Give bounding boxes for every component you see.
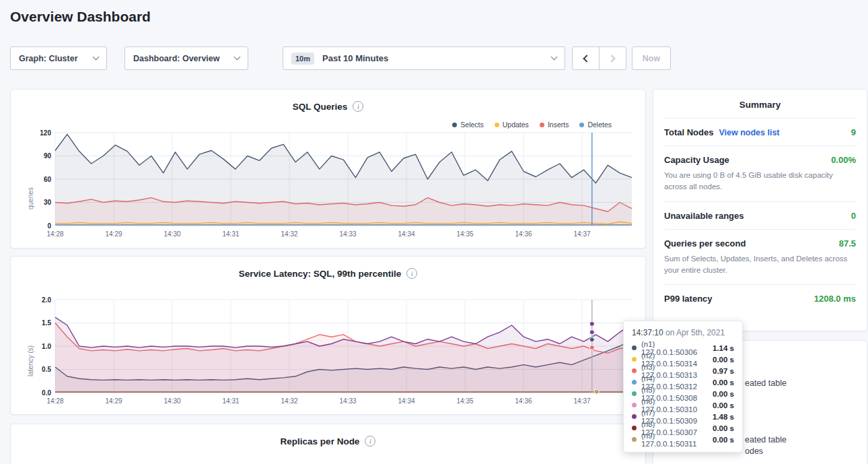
summary-description: You are using 0 B of 4.5 GiB usable disk…: [664, 170, 849, 193]
service-latency-chart-title: Service Latency: SQL, 99th percentile: [239, 269, 402, 279]
svg-text:14:35: 14:35: [456, 397, 473, 405]
legend-dot-icon: [452, 123, 457, 127]
svg-text:0.5: 0.5: [42, 366, 51, 373]
summary-row: Total NodesView nodes list9: [664, 119, 856, 146]
tooltip-node-value: 0.00 s: [713, 356, 734, 364]
tooltip-node-value: 0.00 s: [713, 390, 734, 398]
sql-queries-chart-title: SQL Queries: [293, 102, 348, 112]
node-color-dot-icon: [632, 414, 637, 419]
svg-text:14:37: 14:37: [573, 230, 590, 238]
tooltip-node-value: 0.00 s: [713, 401, 734, 409]
chevron-down-icon: [234, 54, 241, 61]
svg-text:14:30: 14:30: [164, 230, 180, 238]
summary-label: P99 latency: [664, 294, 713, 304]
summary-value: 87.5: [839, 238, 856, 248]
svg-text:14:29: 14:29: [105, 230, 122, 238]
chevron-down-icon: [551, 54, 558, 61]
summary-row: Unavailable ranges0: [664, 202, 856, 230]
summary-row: Queries per second87.5Sum of Selects, Up…: [664, 230, 856, 286]
node-color-dot-icon: [632, 345, 637, 350]
node-color-dot-icon: [632, 368, 637, 373]
svg-text:2.0: 2.0: [42, 296, 51, 304]
legend-label: Updates: [503, 121, 529, 129]
dashboard-dropdown-label: Dashboard: Overview: [133, 54, 220, 63]
tooltip-timestamp: 14:37:10 on Apr 5th, 2021: [632, 328, 734, 337]
legend-label: Inserts: [548, 121, 569, 129]
legend-label: Deletes: [587, 121, 612, 129]
svg-text:14:29: 14:29: [105, 397, 122, 405]
summary-description: Sum of Selects, Updates, Inserts, and De…: [664, 253, 849, 277]
svg-text:0.0: 0.0: [42, 389, 51, 397]
sql-queries-card: SQL Queries i SelectsUpdatesInsertsDelet…: [10, 89, 646, 248]
summary-row: P99 latency1208.0 ms: [664, 285, 856, 312]
legend-dot-icon: [579, 123, 584, 127]
svg-text:14:30: 14:30: [164, 397, 180, 405]
tooltip-node-value: 0.00 s: [713, 378, 734, 387]
info-icon[interactable]: i: [365, 436, 375, 446]
legend-dot-icon: [540, 123, 544, 127]
svg-text:14:33: 14:33: [339, 230, 356, 238]
svg-text:14:31: 14:31: [222, 230, 239, 238]
tooltip-node-value: 0.00 s: [713, 436, 734, 444]
node-color-dot-icon: [632, 403, 637, 407]
chevron-right-icon: [608, 55, 615, 62]
summary-label: Capacity Usage: [664, 155, 729, 165]
graph-dropdown[interactable]: Graph: Cluster: [10, 46, 107, 70]
sql-queries-plot[interactable]: 14:2814:2914:3014:3114:3214:3314:3414:35…: [30, 129, 639, 244]
summary-value: 0.00%: [831, 155, 856, 165]
summary-label: Unavailable ranges: [664, 211, 744, 221]
svg-text:14:34: 14:34: [398, 230, 414, 238]
svg-text:14:31: 14:31: [222, 397, 239, 405]
time-forward-button[interactable]: [599, 46, 626, 70]
tooltip-time: 14:37:10: [632, 328, 663, 337]
svg-text:1.5: 1.5: [42, 319, 51, 327]
legend-label: Selects: [460, 121, 483, 129]
node-color-dot-icon: [632, 391, 637, 396]
dashboard-dropdown[interactable]: Dashboard: Overview: [124, 46, 248, 70]
tooltip-node-label: (n9) 127.0.0.1:50311: [641, 432, 708, 448]
now-button[interactable]: Now: [632, 46, 671, 70]
replicas-chart-title: Replicas per Node: [281, 436, 360, 446]
legend-item: Updates: [495, 121, 529, 129]
page-title: Overview Dashboard: [10, 9, 151, 25]
legend-item: Deletes: [579, 121, 612, 129]
svg-text:14:28: 14:28: [46, 397, 63, 405]
service-latency-plot[interactable]: 14:2814:2914:3014:3114:3214:3314:3414:35…: [30, 296, 639, 411]
svg-text:14:36: 14:36: [515, 230, 532, 238]
chart-hover-tooltip: 14:37:10 on Apr 5th, 2021 (n1) 127.0.0.1…: [623, 321, 743, 453]
legend-item: Inserts: [540, 121, 569, 129]
time-back-button[interactable]: [572, 46, 600, 70]
summary-label: Queries per second: [664, 238, 746, 248]
svg-text:14:32: 14:32: [281, 397, 297, 405]
summary-label: Total Nodes: [664, 127, 713, 137]
event-text-fragment: eated table: [745, 435, 787, 444]
summary-panel: Summary Total NodesView nodes list9Capac…: [653, 89, 867, 331]
svg-text:30: 30: [44, 199, 52, 206]
summary-value: 1208.0 ms: [814, 294, 856, 304]
svg-text:60: 60: [44, 176, 52, 183]
graph-dropdown-label: Graph: Cluster: [19, 54, 78, 63]
event-text-fragment: eated table: [745, 378, 787, 388]
summary-title: Summary: [664, 90, 856, 119]
svg-text:120: 120: [40, 129, 51, 137]
info-icon[interactable]: i: [406, 268, 417, 279]
time-range-selector[interactable]: 10m Past 10 Minutes: [283, 46, 565, 70]
event-text-fragment: odes: [745, 446, 763, 456]
legend-item: Selects: [452, 121, 483, 129]
node-color-dot-icon: [632, 357, 637, 362]
service-latency-card: Service Latency: SQL, 99th percentile i …: [10, 256, 646, 415]
svg-text:14:34: 14:34: [398, 397, 414, 405]
info-icon[interactable]: i: [353, 101, 363, 112]
tooltip-node-value: 0.97 s: [713, 367, 734, 375]
chevron-left-icon: [583, 55, 590, 62]
tooltip-node-value: 1.14 s: [713, 344, 734, 352]
time-range-label: Past 10 Minutes: [322, 53, 552, 63]
view-nodes-link[interactable]: View nodes list: [719, 128, 779, 137]
node-color-dot-icon: [632, 437, 637, 442]
svg-text:14:32: 14:32: [281, 230, 297, 238]
svg-text:14:28: 14:28: [46, 230, 63, 238]
chevron-down-icon: [93, 54, 100, 61]
summary-row: Capacity Usage0.00%You are using 0 B of …: [664, 146, 856, 202]
svg-text:14:37: 14:37: [573, 397, 590, 405]
tooltip-node-value: 1.48 s: [713, 413, 734, 421]
